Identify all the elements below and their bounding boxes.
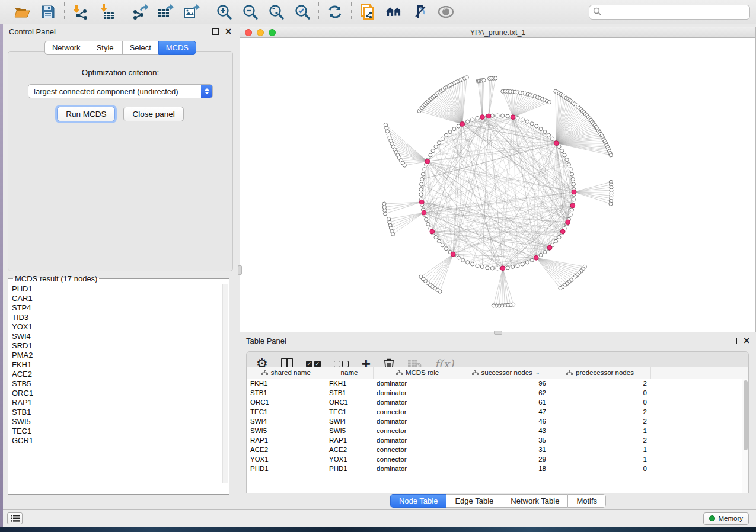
table-cell[interactable]: 62 (462, 388, 550, 398)
table-cell[interactable]: 46 (462, 416, 550, 426)
table-row[interactable]: FKH1FKH1dominator962 (247, 379, 748, 388)
column-header-successor-nodes[interactable]: successor nodes⌄ (462, 367, 550, 379)
mcds-result-item[interactable]: RAP1 (12, 398, 229, 408)
table-scrollbar-thumb[interactable] (744, 380, 748, 450)
vertical-splitter-handle[interactable] (238, 265, 242, 275)
table-cell[interactable]: ORC1 (247, 398, 326, 407)
table-cell[interactable]: 0 (550, 388, 650, 398)
table-cell[interactable]: SWI5 (247, 426, 326, 435)
memory-button[interactable]: Memory (703, 512, 749, 525)
table-cell[interactable]: FKH1 (247, 379, 326, 388)
show-task-history-button[interactable] (7, 512, 23, 524)
table-cell[interactable]: STB1 (247, 388, 326, 398)
table-row[interactable]: STB1STB1dominator620 (247, 388, 748, 398)
mcds-result-item[interactable]: GCR1 (12, 436, 229, 446)
zoom-fit-icon[interactable] (268, 4, 285, 20)
save-session-icon[interactable] (40, 4, 56, 20)
tab-network[interactable]: Network (44, 41, 88, 55)
mcds-result-item[interactable]: PHD1 (12, 284, 229, 294)
mcds-list-scrollbar[interactable] (222, 284, 228, 483)
float-panel-icon[interactable] (731, 338, 737, 344)
table-cell[interactable]: SWI4 (247, 416, 326, 426)
table-cell[interactable]: connector (373, 454, 462, 464)
table-cell[interactable]: YOX1 (326, 454, 373, 464)
table-cell[interactable]: dominator (373, 398, 462, 407)
column-header-MCDS-role[interactable]: MCDS role (373, 367, 462, 379)
network-canvas[interactable] (240, 38, 755, 332)
birdseye-view-icon[interactable] (438, 4, 454, 20)
table-cell[interactable]: 2 (550, 379, 650, 388)
table-cell[interactable]: FKH1 (326, 379, 373, 388)
table-row[interactable]: TEC1TEC1connector472 (247, 407, 748, 416)
table-scrollbar[interactable] (742, 379, 748, 493)
table-cell[interactable]: 0 (550, 464, 650, 473)
float-panel-icon[interactable] (212, 28, 219, 35)
mcds-result-item[interactable]: SRD1 (12, 341, 229, 351)
table-cell[interactable]: 2 (550, 435, 650, 445)
mcds-result-item[interactable]: PMA2 (12, 351, 229, 360)
table-cell[interactable]: connector (373, 407, 462, 416)
home-icon[interactable] (385, 4, 402, 20)
network-window-titlebar[interactable]: YPA_prune.txt_1 (240, 27, 755, 38)
export-image-icon[interactable] (183, 4, 200, 20)
toggle-graphics-details-icon[interactable] (412, 4, 428, 20)
mcds-result-item[interactable]: STP4 (12, 303, 229, 313)
table-cell[interactable]: 1 (550, 426, 650, 435)
import-table-icon[interactable] (98, 4, 115, 20)
table-cell[interactable]: RAP1 (247, 435, 326, 445)
network-from-selection-icon[interactable] (359, 4, 376, 20)
table-cell[interactable]: connector (373, 426, 462, 435)
table-row[interactable]: RAP1RAP1dominator352 (247, 435, 748, 445)
table-cell[interactable]: 31 (462, 445, 550, 454)
search-field[interactable] (589, 5, 750, 20)
table-cell[interactable]: 61 (462, 398, 550, 407)
import-network-icon[interactable] (72, 4, 89, 20)
tab-style[interactable]: Style (88, 41, 122, 55)
zoom-out-icon[interactable] (242, 4, 259, 20)
table-cell[interactable]: dominator (373, 416, 462, 426)
zoom-selected-icon[interactable] (294, 4, 311, 20)
table-cell[interactable]: connector (373, 445, 462, 454)
mcds-result-list[interactable]: PHD1CAR1STP4TID3YOX1SWI4SRD1PMA2FKH1ACE2… (12, 284, 229, 486)
table-cell[interactable]: 47 (462, 407, 550, 416)
export-table-icon[interactable] (157, 4, 174, 20)
table-cell[interactable]: TEC1 (326, 407, 373, 416)
table-cell[interactable]: 29 (462, 454, 550, 464)
table-cell[interactable]: 2 (550, 407, 650, 416)
mcds-result-item[interactable]: STB5 (12, 379, 229, 389)
table-cell[interactable]: 43 (462, 426, 550, 435)
table-cell[interactable]: PHD1 (326, 464, 373, 473)
table-cell[interactable]: dominator (373, 464, 462, 473)
close-panel-button[interactable]: Close panel (123, 107, 183, 121)
table-cell[interactable]: 96 (462, 379, 550, 388)
zoom-in-icon[interactable] (216, 4, 232, 20)
tab-select[interactable]: Select (122, 41, 158, 55)
tab-network-table[interactable]: Network Table (502, 494, 567, 508)
table-cell[interactable]: 2 (550, 416, 650, 426)
table-row[interactable]: SWI4SWI4dominator462 (247, 416, 748, 426)
mcds-result-item[interactable]: SWI5 (12, 417, 229, 427)
table-cell[interactable]: 35 (462, 435, 550, 445)
table-cell[interactable]: TEC1 (247, 407, 326, 416)
table-cell[interactable]: SWI5 (326, 426, 373, 435)
mcds-result-item[interactable]: ORC1 (12, 389, 229, 398)
table-cell[interactable]: 1 (550, 445, 650, 454)
tab-edge-table[interactable]: Edge Table (446, 494, 502, 508)
refresh-view-icon[interactable] (327, 4, 343, 20)
mcds-result-item[interactable]: CAR1 (12, 294, 229, 303)
table-cell[interactable]: 1 (550, 454, 650, 464)
export-network-icon[interactable] (131, 4, 148, 20)
table-row[interactable]: SWI5SWI5connector431 (247, 426, 748, 435)
table-cell[interactable]: 18 (462, 464, 550, 473)
deselect-all-rows-icon[interactable] (334, 361, 349, 367)
tab-mcds[interactable]: MCDS (158, 41, 196, 55)
table-cell[interactable]: STB1 (326, 388, 373, 398)
close-panel-icon[interactable]: ✕ (225, 28, 232, 35)
node-table[interactable]: shared namenameMCDS rolesuccessor nodes⌄… (246, 367, 749, 493)
mcds-result-item[interactable]: TEC1 (12, 427, 229, 436)
table-cell[interactable]: 0 (550, 398, 650, 407)
tab-motifs[interactable]: Motifs (567, 494, 606, 508)
table-row[interactable]: ORC1ORC1dominator610 (247, 398, 748, 407)
column-header-predecessor-nodes[interactable]: predecessor nodes (550, 367, 650, 379)
mcds-result-item[interactable]: ACE2 (12, 370, 229, 379)
